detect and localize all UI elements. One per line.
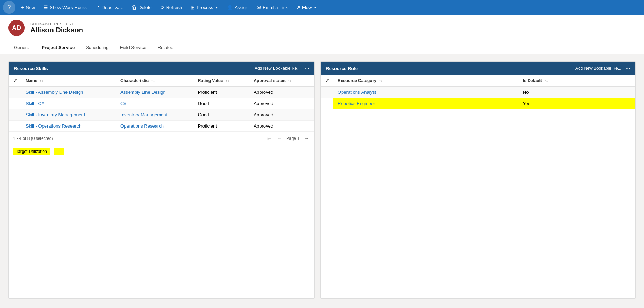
nav-process[interactable]: ⊞ Process ▼ [186, 0, 223, 15]
pag-prev-btn[interactable]: ← [276, 135, 283, 142]
col-characteristic[interactable]: Characteristic ↑↓ [116, 75, 194, 87]
resource-skills-table: ✓ Name ↑↓ Characteristic ↑↓ Rating Value… [9, 75, 314, 132]
table-row[interactable]: Skill - Assembly Line Design Assembly Li… [9, 87, 314, 98]
target-utilization-label: Target Utilization [13, 148, 50, 155]
resource-skills-title: Resource Skills [14, 66, 48, 71]
tab-scheduling[interactable]: Scheduling [80, 41, 114, 54]
row-check[interactable] [321, 87, 333, 98]
delete-icon: 🗑 [132, 5, 137, 10]
nav-refresh[interactable]: ↺ Refresh [156, 0, 187, 15]
tabs-bar: General Project Service Scheduling Field… [0, 41, 644, 54]
col-rating-value[interactable]: Rating Value ↑↓ [194, 75, 250, 87]
resource-role-more-btn[interactable]: ··· [626, 65, 630, 72]
skill-characteristic-cell[interactable]: Inventory Management [116, 109, 194, 121]
skill-characteristic-cell[interactable]: Operations Research [116, 121, 194, 132]
new-icon: + [21, 5, 24, 10]
col-is-default[interactable]: Is Default ↑↓ [519, 75, 635, 87]
nav-deactivate-label: Deactivate [102, 5, 123, 10]
skill-name-cell[interactable]: Skill - Assembly Line Design [21, 87, 116, 98]
table-row[interactable]: Robotics Engineer Yes [321, 98, 635, 109]
pag-next-btn[interactable]: → [302, 135, 310, 142]
nav-delete-label: Delete [138, 5, 152, 10]
nav-flow[interactable]: ↗ Flow ▼ [292, 0, 321, 15]
sort-name-icon: ↑↓ [40, 79, 43, 83]
skill-approval-cell: Approved [249, 98, 314, 109]
page-label: Page 1 [286, 136, 300, 141]
tab-related[interactable]: Related [152, 41, 179, 54]
table-row[interactable]: Skill - C# C# Good Approved [9, 98, 314, 109]
nav-new[interactable]: + New [17, 0, 39, 15]
skill-rating-cell: Good [194, 109, 250, 121]
row-check[interactable] [9, 121, 21, 132]
row-check[interactable] [321, 98, 333, 109]
sort-rating-icon: ↑↓ [226, 79, 229, 83]
role-default-cell: Yes [519, 98, 635, 109]
avatar: AD [8, 20, 25, 36]
nav-flow-label: Flow [302, 5, 312, 10]
col-approval-status[interactable]: Approval status ↑↓ [249, 75, 314, 87]
col-check-role: ✓ [321, 75, 333, 87]
nav-deactivate[interactable]: 🗋 Deactivate [91, 0, 127, 15]
resource-role-panel: Resource Role + Add New Bookable Re... ·… [320, 61, 636, 299]
sort-category-icon: ↑↓ [379, 79, 382, 83]
role-category-cell[interactable]: Operations Analyst [333, 87, 519, 98]
flow-icon: ↗ [296, 5, 300, 10]
role-add-icon: + [571, 66, 574, 71]
flow-dropdown-icon: ▼ [313, 6, 317, 10]
main-content: Resource Skills + Add New Bookable Re...… [0, 54, 644, 306]
resource-skills-actions: + Add New Bookable Re... ··· [251, 65, 310, 72]
skill-rating-cell: Proficient [194, 87, 250, 98]
pagination-bar: 1 - 4 of 8 (0 selected) ⇤ ← Page 1 → [9, 132, 314, 145]
sort-approval-icon: ↑↓ [288, 79, 292, 83]
row-check[interactable] [9, 109, 21, 121]
add-icon: + [251, 66, 253, 71]
resource-skills-add-btn[interactable]: + Add New Bookable Re... [251, 66, 301, 71]
entity-info: BOOKABLE RESOURCE Allison Dickson [30, 22, 83, 34]
role-default-cell: No [519, 87, 635, 98]
entity-header: AD BOOKABLE RESOURCE Allison Dickson [0, 15, 644, 41]
tab-general[interactable]: General [8, 41, 36, 54]
nav-email-a-link-label: Email a Link [263, 5, 288, 10]
table-row[interactable]: Skill - Inventory Management Inventory M… [9, 109, 314, 121]
resource-role-actions: + Add New Bookable Re... ··· [571, 65, 630, 72]
skill-characteristic-cell[interactable]: C# [116, 98, 194, 109]
entity-subtitle: BOOKABLE RESOURCE [30, 22, 83, 26]
col-check-skills: ✓ [9, 75, 21, 87]
table-row[interactable]: Skill - Operations Research Operations R… [9, 121, 314, 132]
deactivate-icon: 🗋 [95, 5, 100, 10]
skill-name-cell[interactable]: Skill - C# [21, 98, 116, 109]
skill-approval-cell: Approved [249, 87, 314, 98]
resource-role-header: Resource Role + Add New Bookable Re... ·… [321, 62, 635, 75]
col-resource-category[interactable]: Resource Category ↑↓ [333, 75, 519, 87]
skill-approval-cell: Approved [249, 121, 314, 132]
skill-name-cell[interactable]: Skill - Inventory Management [21, 109, 116, 121]
row-check[interactable] [9, 87, 21, 98]
nav-assign-label: Assign [235, 5, 248, 10]
resource-skills-more-btn[interactable]: ··· [305, 65, 310, 72]
help-button[interactable]: ? [3, 1, 15, 14]
nav-assign[interactable]: 👤 Assign [223, 0, 252, 15]
tab-field-service[interactable]: Field Service [114, 41, 152, 54]
resource-role-title: Resource Role [326, 66, 358, 71]
role-category-cell[interactable]: Robotics Engineer [333, 98, 519, 109]
tab-project-service[interactable]: Project Service [36, 41, 80, 54]
pag-first-btn[interactable]: ⇤ [266, 135, 273, 142]
col-name[interactable]: Name ↑↓ [21, 75, 116, 87]
pagination-controls: ⇤ ← Page 1 → [266, 135, 310, 142]
target-utilization-row: Target Utilization --- [9, 145, 314, 158]
skill-name-cell[interactable]: Skill - Operations Research [21, 121, 116, 132]
resource-skills-header: Resource Skills + Add New Bookable Re...… [9, 62, 314, 75]
pagination-text: 1 - 4 of 8 (0 selected) [13, 136, 53, 141]
resource-skills-panel: Resource Skills + Add New Bookable Re...… [8, 61, 315, 299]
process-icon: ⊞ [190, 5, 195, 10]
row-check[interactable] [9, 98, 21, 109]
nav-email-a-link[interactable]: ✉ Email a Link [252, 0, 292, 15]
skill-characteristic-cell[interactable]: Assembly Line Design [116, 87, 194, 98]
skill-rating-cell: Proficient [194, 121, 250, 132]
resource-role-add-btn[interactable]: + Add New Bookable Re... [571, 66, 621, 71]
nav-show-work-hours[interactable]: ☰ Show Work Hours [39, 0, 91, 15]
nav-new-label: New [26, 5, 35, 10]
nav-delete[interactable]: 🗑 Delete [127, 0, 156, 15]
refresh-icon: ↺ [160, 5, 164, 10]
table-row[interactable]: Operations Analyst No [321, 87, 635, 98]
